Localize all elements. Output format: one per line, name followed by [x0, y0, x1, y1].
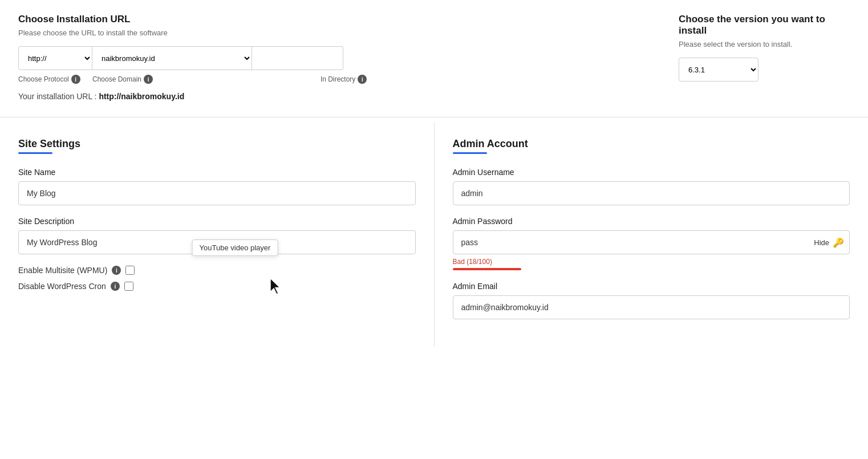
disable-cron-row: Disable WordPress Cron i — [18, 282, 416, 291]
site-name-input[interactable] — [18, 181, 416, 205]
admin-password-label: Admin Password — [453, 217, 850, 226]
admin-email-input[interactable] — [453, 295, 850, 319]
version-select[interactable]: 6.3.1 6.3.0 6.2.2 — [679, 58, 759, 82]
site-description-label: Site Description — [18, 217, 416, 226]
password-strength-text: Bad (18/100) — [453, 258, 850, 266]
password-key-icon[interactable]: 🔑 — [833, 237, 844, 248]
disable-cron-label: Disable WordPress Cron — [18, 282, 106, 291]
domain-label: Choose Domain — [92, 75, 141, 83]
admin-account-title: Admin Account — [453, 138, 850, 150]
multisite-info-icon[interactable]: i — [112, 266, 121, 275]
enable-multisite-label: Enable Multisite (WPMU) — [18, 266, 107, 275]
admin-account-underline — [453, 152, 487, 154]
admin-email-label: Admin Email — [453, 282, 850, 291]
disable-cron-info-icon[interactable]: i — [111, 282, 120, 291]
admin-password-input[interactable] — [453, 230, 850, 254]
directory-info-icon[interactable]: i — [358, 75, 367, 84]
version-title: Choose the version you want to install — [679, 14, 850, 36]
enable-multisite-checkbox[interactable] — [125, 266, 135, 275]
protocol-label: Choose Protocol — [18, 75, 69, 83]
directory-label: In Directory — [321, 75, 355, 83]
installation-url-title: Choose Installation URL — [18, 14, 656, 25]
protocol-select[interactable]: http:// https:// — [18, 46, 92, 70]
tooltip-popup: YouTube video player — [192, 239, 278, 256]
version-subtitle: Please select the version to install. — [679, 40, 850, 48]
directory-input[interactable] — [252, 46, 343, 70]
password-strength-bar — [453, 268, 521, 270]
site-settings-title: Site Settings — [18, 138, 416, 150]
installation-url-subtitle: Please choose the URL to install the sof… — [18, 29, 656, 37]
domain-info-icon[interactable]: i — [144, 75, 153, 84]
installation-url-result: Your installation URL : http://naikbromo… — [18, 92, 656, 101]
password-hide-button[interactable]: Hide — [814, 238, 829, 247]
admin-username-label: Admin Username — [453, 168, 850, 177]
site-name-label: Site Name — [18, 168, 416, 177]
protocol-info-icon[interactable]: i — [71, 75, 80, 84]
site-settings-underline — [18, 152, 52, 154]
disable-cron-checkbox[interactable] — [124, 282, 133, 291]
domain-select[interactable]: naikbromokuy.id — [92, 46, 252, 70]
enable-multisite-row: Enable Multisite (WPMU) i — [18, 266, 416, 275]
admin-username-input[interactable] — [453, 181, 850, 205]
